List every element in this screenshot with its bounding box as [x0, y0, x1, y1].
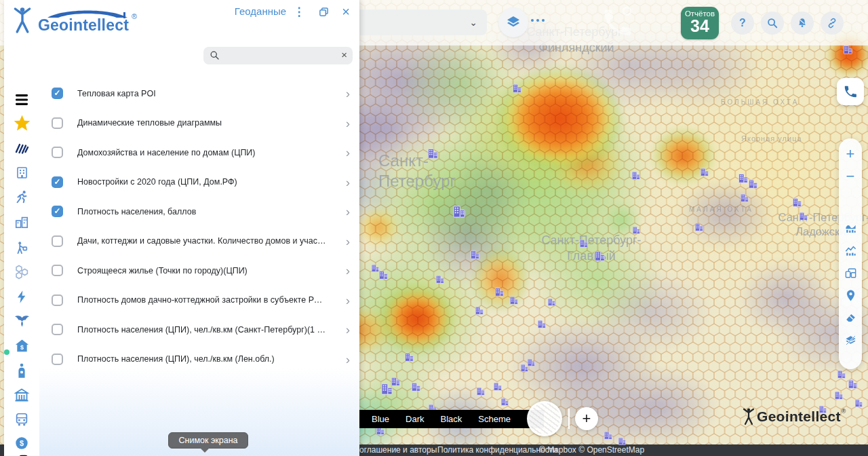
sidebar-item-pedestrian-traffic[interactable]	[4, 240, 39, 255]
panel-menu-button[interactable]: ⋮	[292, 4, 307, 19]
layers-off-icon	[844, 334, 857, 347]
zoom-out-button[interactable]: −	[840, 165, 861, 187]
reports-badge[interactable]: Отчётов 34	[681, 7, 719, 39]
sidebar-item-energy[interactable]	[4, 289, 39, 305]
chevron-right-icon[interactable]: ›	[346, 205, 350, 218]
layer-row[interactable]: ✓Новостройки с 2020 года (ЦПИ, Дом.РФ)›	[42, 168, 359, 197]
geodata-panel: Geointellect ® Геоданные ⋮ × × ✓Тепловая…	[4, 0, 359, 456]
screens-tool-button[interactable]	[840, 262, 861, 284]
clear-search-icon[interactable]: ×	[341, 49, 347, 60]
sidebar-item-buildings[interactable]	[4, 166, 39, 180]
panel-close-button[interactable]: ×	[338, 4, 353, 19]
chevron-right-icon[interactable]: ›	[346, 264, 350, 277]
layer-row[interactable]: Плотность населения (ЦПИ), чел./кв.км (С…	[42, 315, 359, 345]
map-label-glavny: Санкт-Петербург-Главный	[524, 233, 659, 263]
layer-checkbox[interactable]	[52, 294, 63, 306]
search-map-button[interactable]	[761, 12, 784, 35]
attribution-link[interactable]: © Mapbox © OpenStreetMap	[539, 445, 644, 455]
scheme-option-black[interactable]: Black	[440, 414, 462, 424]
notification-dot	[4, 349, 9, 355]
layer-row[interactable]: Динамические тепловые диаграммы›	[42, 109, 359, 138]
layer-label: Домохозяйства и население по домам (ЦПИ)	[77, 148, 328, 157]
help-button[interactable]: ?	[731, 12, 754, 35]
building-marker-icon	[738, 173, 748, 186]
layer-checkbox[interactable]	[52, 117, 63, 129]
sidebar-item-menu[interactable]	[4, 94, 39, 106]
building-marker-icon	[427, 148, 438, 162]
eraser-tool-button[interactable]	[840, 307, 861, 329]
call-button[interactable]	[837, 78, 864, 105]
layer-checkbox[interactable]	[52, 354, 63, 365]
heatmap-tool-button[interactable]	[840, 217, 861, 240]
panel-restore-button[interactable]	[316, 4, 331, 19]
chevron-right-icon[interactable]: ›	[346, 146, 350, 159]
layer-row[interactable]: Строящееся жилье (Точки по городу)(ЦПИ)›	[42, 256, 359, 286]
layer-label: Тепловая карта POI	[77, 89, 328, 98]
sidebar-item-dynamic-heatmaps[interactable]	[4, 142, 39, 155]
chevron-right-icon[interactable]: ›	[346, 117, 350, 130]
chevron-right-icon[interactable]: ›	[346, 176, 350, 189]
scheme-option-scheme[interactable]: Scheme	[478, 414, 511, 424]
chevron-right-icon[interactable]: ›	[346, 87, 350, 100]
layer-search-input[interactable]: ×	[203, 47, 353, 64]
layer-label: Плотность населения (ЦПИ), чел./кв.км (С…	[77, 325, 328, 335]
layer-row[interactable]: ✓Тепловая карта POI›	[42, 79, 359, 109]
scheme-option-dark[interactable]: Dark	[406, 414, 424, 424]
chart-tool-button[interactable]	[840, 240, 861, 262]
map-watermark: Geointellect ®	[741, 407, 846, 426]
layer-row[interactable]: Домохозяйства и население по домам (ЦПИ)…	[42, 138, 359, 168]
share-link-button[interactable]	[821, 12, 844, 35]
sidebar-item-city[interactable]	[4, 214, 39, 229]
layer-checkbox[interactable]: ✓	[52, 88, 63, 99]
layer-label: Новостройки с 2020 года (ЦПИ, Дом.РФ)	[77, 177, 328, 187]
building-marker-icon	[537, 319, 546, 331]
scheme-option-blue[interactable]: Blue	[372, 414, 389, 424]
sidebar-item-transport[interactable]	[4, 411, 39, 428]
basemap-preview-button[interactable]	[527, 401, 562, 436]
building-marker-icon	[843, 45, 852, 57]
city-icon	[14, 214, 29, 229]
add-basemap-button[interactable]: +	[575, 407, 598, 430]
devices-icon	[844, 267, 857, 280]
more-options-button[interactable]	[531, 19, 545, 22]
layer-checkbox[interactable]	[52, 324, 63, 335]
location-tool-button[interactable]	[840, 284, 861, 307]
layer-row[interactable]: Плотность населения (ЦПИ), чел./кв.км (Л…	[42, 345, 359, 375]
layer-checkbox[interactable]	[52, 147, 63, 158]
runner-icon	[14, 189, 29, 204]
sidebar-item-favorites[interactable]	[4, 114, 39, 132]
sidebar-item-business[interactable]	[4, 362, 39, 379]
building-marker-icon	[500, 396, 509, 408]
chevron-right-icon[interactable]: ›	[346, 235, 350, 248]
building-marker-icon	[470, 250, 479, 262]
sidebar-item-finance[interactable]: $	[4, 436, 39, 451]
layers-off-tool-button[interactable]	[840, 329, 861, 352]
building-marker-icon	[604, 430, 612, 442]
watermark-reg: ®	[842, 408, 846, 415]
notifications-button[interactable]	[791, 12, 814, 35]
building-marker-icon	[579, 238, 588, 250]
layer-checkbox[interactable]	[52, 265, 63, 276]
layer-checkbox[interactable]: ✓	[52, 176, 63, 188]
layer-row[interactable]: Дачи, коттеджи и садовые участки. Количе…	[42, 227, 359, 256]
bank-icon	[14, 387, 30, 403]
layer-checkbox[interactable]: ✓	[52, 206, 63, 217]
sidebar-item-clusters[interactable]	[4, 264, 39, 280]
building-marker-icon	[494, 287, 504, 299]
layer-checkbox[interactable]	[52, 235, 63, 247]
layer-row[interactable]: Плотность домов дачно-коттеджной застрой…	[42, 286, 359, 316]
layers-button[interactable]	[498, 7, 528, 37]
sidebar-item-bank[interactable]	[4, 387, 39, 403]
search-icon	[766, 17, 778, 29]
sidebar-item-eagle[interactable]	[4, 314, 39, 328]
chevron-right-icon[interactable]: ›	[346, 323, 350, 336]
chevron-right-icon[interactable]: ›	[346, 353, 350, 366]
attribution-link[interactable]: оглашение и авторы	[359, 445, 437, 455]
chevron-right-icon[interactable]: ›	[346, 294, 350, 307]
layer-row[interactable]: ✓Плотность населения, баллов›	[42, 197, 359, 227]
sidebar-item-activity[interactable]	[4, 189, 39, 204]
building-marker-icon	[792, 197, 802, 210]
layer-list: ✓Тепловая карта POI›Динамические тепловы…	[42, 79, 359, 374]
zoom-in-button[interactable]: +	[840, 142, 861, 165]
businessman-icon	[15, 362, 28, 379]
